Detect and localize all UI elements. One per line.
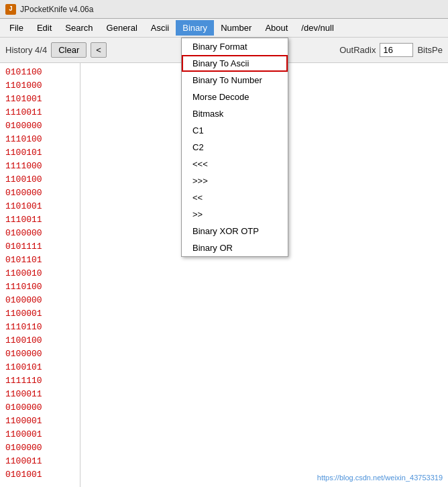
- title-bar-text: JPocketKnife v4.06a: [20, 5, 93, 14]
- binary-line: 1110100: [5, 133, 74, 146]
- binary-line: 0100000: [5, 227, 74, 240]
- binary-line: 1101001: [5, 200, 74, 213]
- binary-line: 0100000: [5, 119, 74, 133]
- binary-line: 1110011: [5, 213, 74, 227]
- bitspe-label: BitsPe: [417, 45, 443, 55]
- nav-back-button[interactable]: <: [91, 42, 107, 58]
- binary-line: 0100000: [5, 347, 74, 361]
- menu-item-devnull[interactable]: /dev/null: [294, 20, 340, 36]
- binary-line: 1110100: [5, 280, 74, 294]
- binary-line: 1100100: [5, 173, 74, 186]
- dropdown-item-c1[interactable]: C1: [182, 122, 288, 139]
- binary-line: 1110110: [5, 321, 74, 334]
- dropdown-item-shift-left3[interactable]: <<<: [182, 156, 288, 172]
- menu-item-binary[interactable]: Binary: [176, 20, 214, 36]
- binary-line: 0100000: [5, 294, 74, 307]
- binary-dropdown-menu: Binary FormatBinary To AsciiBinary To Nu…: [181, 38, 288, 257]
- app-icon: J: [5, 4, 16, 15]
- menu-item-ascii[interactable]: Ascii: [144, 20, 176, 36]
- dropdown-item-morse-decode[interactable]: Morse Decode: [182, 89, 288, 105]
- watermark: https://blog.csdn.net/weixin_43753319: [317, 474, 443, 482]
- dropdown-item-binary-or[interactable]: Binary OR: [182, 239, 288, 256]
- binary-line: 1100011: [5, 455, 74, 468]
- menu-item-search[interactable]: Search: [58, 20, 99, 36]
- binary-line: 1111110: [5, 374, 74, 388]
- clear-button[interactable]: Clear: [51, 42, 87, 58]
- binary-line: 1100011: [5, 388, 74, 401]
- dropdown-item-binary-to-number[interactable]: Binary To Number: [182, 72, 288, 89]
- binary-line: 1100100: [5, 334, 74, 347]
- menu-item-general[interactable]: General: [100, 20, 144, 36]
- binary-line: 1110011: [5, 106, 74, 119]
- dropdown-item-shift-left2[interactable]: <<: [182, 189, 288, 206]
- menu-item-about[interactable]: About: [258, 20, 294, 36]
- outradix-input[interactable]: [380, 43, 413, 57]
- binary-line: 1101001: [5, 93, 74, 106]
- dropdown-item-binary-format[interactable]: Binary Format: [182, 38, 288, 55]
- binary-line: 1111000: [5, 160, 74, 173]
- binary-line: 1100001: [5, 307, 74, 321]
- menu-item-edit[interactable]: Edit: [30, 20, 58, 36]
- binary-line: 1100001: [5, 415, 74, 428]
- binary-line: 0100000: [5, 441, 74, 455]
- binary-line: 0100000: [5, 401, 74, 415]
- history-label: History 4/4: [5, 45, 47, 55]
- title-bar: J JPocketKnife v4.06a: [0, 0, 448, 19]
- menu-item-file[interactable]: File: [3, 20, 30, 36]
- binary-line: 1100101: [5, 146, 74, 160]
- binary-line: 0101111: [5, 240, 74, 254]
- binary-line: 1101000: [5, 79, 74, 93]
- dropdown-item-binary-xor-otp[interactable]: Binary XOR OTP: [182, 223, 288, 239]
- menu-item-number[interactable]: Number: [214, 20, 258, 36]
- binary-line: 0101100: [5, 66, 74, 79]
- dropdown-item-shift-right3[interactable]: >>>: [182, 172, 288, 189]
- outradix-label: OutRadix: [339, 45, 376, 55]
- binary-line: 0100000: [5, 186, 74, 200]
- dropdown-item-c2[interactable]: C2: [182, 139, 288, 156]
- binary-line: 1100001: [5, 428, 74, 441]
- binary-line: 0101101: [5, 254, 74, 267]
- binary-panel: 0101100110100011010011110011010000011101…: [0, 63, 80, 487]
- dropdown-item-binary-to-ascii[interactable]: Binary To Ascii: [182, 55, 288, 72]
- binary-line: 0101001: [5, 468, 74, 482]
- dropdown-item-shift-right2[interactable]: >>: [182, 206, 288, 223]
- binary-line: 1100010: [5, 267, 74, 280]
- dropdown-item-bitmask[interactable]: Bitmask: [182, 105, 288, 122]
- menu-bar: FileEditSearchGeneralAsciiBinaryNumberAb…: [0, 19, 448, 38]
- binary-line: 1100101: [5, 361, 74, 374]
